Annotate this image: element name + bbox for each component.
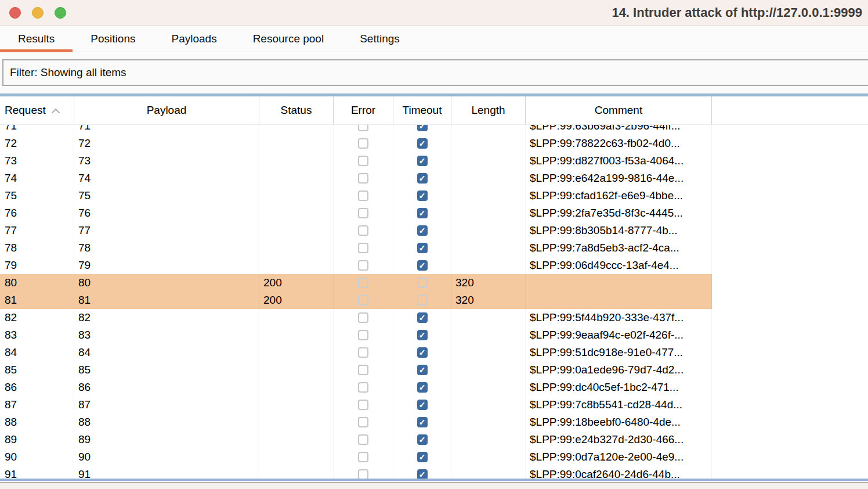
cell-error xyxy=(334,466,393,479)
cell-comment: $LPP:99:9eaaf94c-e02f-426f-... xyxy=(526,326,712,344)
timeout-checkbox[interactable] xyxy=(417,312,428,323)
timeout-checkbox[interactable] xyxy=(417,469,428,479)
cell-error xyxy=(334,431,393,448)
timeout-checkbox[interactable] xyxy=(417,156,428,166)
tab-positions[interactable]: Positions xyxy=(73,26,153,52)
column-header-request[interactable]: Request xyxy=(0,96,74,124)
timeout-checkbox[interactable] xyxy=(417,365,428,375)
error-checkbox[interactable] xyxy=(358,225,368,236)
cell-timeout xyxy=(393,431,451,448)
table-row[interactable]: 72 72 $LPP:99:78822c63-fb02-4d0... xyxy=(0,135,868,152)
table-row[interactable]: 81 81 200 320 xyxy=(0,292,868,309)
error-checkbox[interactable] xyxy=(358,347,368,358)
cell-length: 320 xyxy=(451,274,526,292)
table-row[interactable]: 76 76 $LPP:99:2fa7e35d-8f3c-4445... xyxy=(0,204,868,222)
error-checkbox[interactable] xyxy=(358,156,368,166)
column-header-error[interactable]: Error xyxy=(334,96,393,124)
table-row[interactable]: 89 89 $LPP:99:e24b327d-2d30-466... xyxy=(0,431,868,448)
cell-length xyxy=(451,170,526,187)
table-row[interactable]: 90 90 $LPP:99:0d7a120e-2e00-4e9... xyxy=(0,448,868,466)
error-checkbox[interactable] xyxy=(358,295,368,305)
cell-filler xyxy=(712,204,868,222)
table-row[interactable]: 77 77 $LPP:99:8b305b14-8777-4b... xyxy=(0,222,868,239)
error-checkbox[interactable] xyxy=(358,400,368,410)
cell-error xyxy=(334,326,393,344)
table-row[interactable]: 73 73 $LPP:99:d827f003-f53a-4064... xyxy=(0,152,868,170)
timeout-checkbox[interactable] xyxy=(417,417,428,427)
column-header-timeout[interactable]: Timeout xyxy=(393,96,451,124)
error-checkbox[interactable] xyxy=(358,278,368,288)
timeout-checkbox[interactable] xyxy=(417,330,428,340)
timeout-checkbox[interactable] xyxy=(417,225,428,236)
bottom-panel-divider[interactable] xyxy=(0,481,868,489)
error-checkbox[interactable] xyxy=(358,365,368,375)
error-checkbox[interactable] xyxy=(358,469,368,479)
tab-payloads[interactable]: Payloads xyxy=(153,26,234,52)
error-checkbox[interactable] xyxy=(358,138,368,149)
error-checkbox[interactable] xyxy=(358,452,368,462)
timeout-checkbox[interactable] xyxy=(417,382,428,393)
timeout-checkbox[interactable] xyxy=(417,190,428,201)
table-row[interactable]: 85 85 $LPP:99:0a1ede96-79d7-4d2... xyxy=(0,361,868,379)
cell-request: 86 xyxy=(0,379,74,396)
timeout-checkbox[interactable] xyxy=(417,173,428,184)
error-checkbox[interactable] xyxy=(358,382,368,393)
cell-payload: 73 xyxy=(74,152,259,170)
error-checkbox[interactable] xyxy=(358,417,368,427)
column-header-status[interactable]: Status xyxy=(259,96,334,124)
error-checkbox[interactable] xyxy=(358,173,368,184)
error-checkbox[interactable] xyxy=(358,260,368,271)
cell-filler xyxy=(712,344,868,361)
table-row[interactable]: 83 83 $LPP:99:9eaaf94c-e02f-426f-... xyxy=(0,326,868,344)
table-row[interactable]: 86 86 $LPP:99:dc40c5ef-1bc2-471... xyxy=(0,379,868,396)
cell-filler xyxy=(712,379,868,396)
tab-results[interactable]: Results xyxy=(0,26,73,52)
table-row[interactable]: 91 91 $LPP:99:0caf2640-24d6-44b... xyxy=(0,466,868,479)
filter-bar[interactable]: Filter: Showing all items xyxy=(2,59,868,86)
error-checkbox[interactable] xyxy=(358,243,368,253)
table-row[interactable]: 75 75 $LPP:99:cfad162f-e6e9-4bbe... xyxy=(0,187,868,204)
timeout-checkbox[interactable] xyxy=(417,208,428,218)
column-header-comment[interactable]: Comment xyxy=(526,96,712,124)
timeout-checkbox[interactable] xyxy=(417,260,428,271)
table-row[interactable]: 79 79 $LPP:99:06d49ccc-13af-4e4... xyxy=(0,257,868,274)
table-row[interactable]: 88 88 $LPP:99:18beebf0-6480-4de... xyxy=(0,414,868,431)
error-checkbox[interactable] xyxy=(358,190,368,201)
table-row[interactable]: 74 74 $LPP:99:e642a199-9816-44e... xyxy=(0,170,868,187)
cell-filler xyxy=(712,431,868,448)
results-table-body[interactable]: 71 71 $LPP:99:63b69af3-2b96-44ff... 72 7… xyxy=(0,125,868,479)
timeout-checkbox[interactable] xyxy=(417,278,428,288)
timeout-checkbox[interactable] xyxy=(417,434,428,445)
error-checkbox[interactable] xyxy=(358,125,368,131)
timeout-checkbox[interactable] xyxy=(417,125,428,131)
tab-settings[interactable]: Settings xyxy=(342,26,418,52)
table-row[interactable]: 80 80 200 320 xyxy=(0,274,868,292)
table-row[interactable]: 71 71 $LPP:99:63b69af3-2b96-44ff... xyxy=(0,125,868,135)
timeout-checkbox[interactable] xyxy=(417,347,428,358)
timeout-checkbox[interactable] xyxy=(417,295,428,305)
table-row[interactable]: 84 84 $LPP:99:51dc918e-91e0-477... xyxy=(0,344,868,361)
zoom-window-icon[interactable] xyxy=(55,7,66,19)
column-header-length[interactable]: Length xyxy=(451,96,526,124)
error-checkbox[interactable] xyxy=(358,312,368,323)
timeout-checkbox[interactable] xyxy=(417,400,428,410)
cell-filler xyxy=(712,396,868,414)
table-row[interactable]: 82 82 $LPP:99:5f44b920-333e-437f... xyxy=(0,309,868,326)
cell-status xyxy=(259,431,334,448)
error-checkbox[interactable] xyxy=(358,208,368,218)
column-header-payload[interactable]: Payload xyxy=(74,96,259,124)
cell-timeout xyxy=(393,309,451,326)
cell-error xyxy=(334,222,393,239)
minimize-window-icon[interactable] xyxy=(32,7,44,19)
timeout-checkbox[interactable] xyxy=(417,243,428,253)
cell-error xyxy=(334,396,393,414)
table-row[interactable]: 87 87 $LPP:99:7c8b5541-cd28-44d... xyxy=(0,396,868,414)
close-window-icon[interactable] xyxy=(9,7,21,19)
error-checkbox[interactable] xyxy=(358,434,368,445)
cell-payload: 74 xyxy=(74,170,259,187)
timeout-checkbox[interactable] xyxy=(417,138,428,149)
error-checkbox[interactable] xyxy=(358,330,368,340)
tab-resource-pool[interactable]: Resource pool xyxy=(235,26,342,52)
timeout-checkbox[interactable] xyxy=(417,452,428,462)
table-row[interactable]: 78 78 $LPP:99:7a8d5eb3-acf2-4ca... xyxy=(0,239,868,257)
